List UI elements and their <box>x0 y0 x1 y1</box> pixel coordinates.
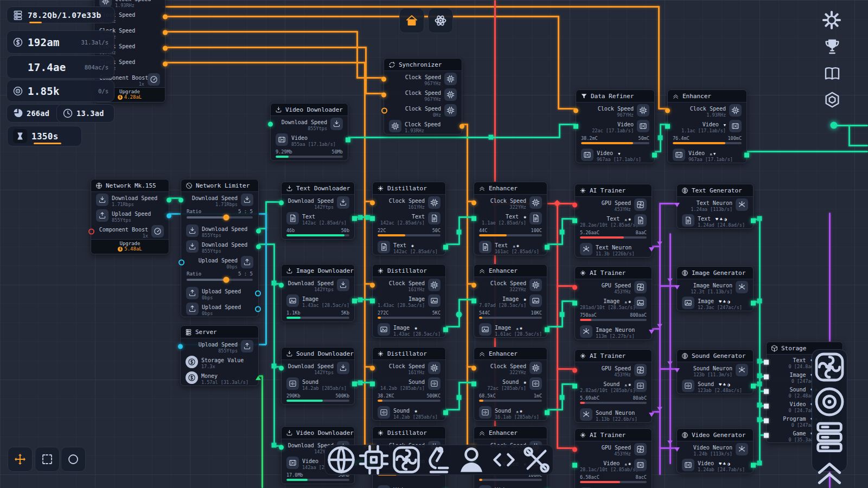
port-tri-green[interactable] <box>256 376 261 380</box>
node-header[interactable]: Distillator <box>373 427 445 439</box>
node-network-limiter[interactable]: Network LimiterDownload Speed1.71RbpsRat… <box>181 179 259 317</box>
cooling-button[interactable] <box>812 350 847 384</box>
io-toggle-neuron-icon[interactable] <box>736 198 748 211</box>
wire-connector[interactable] <box>831 122 838 129</box>
io-toggle-download-icon[interactable] <box>96 194 108 206</box>
io-toggle-upload-icon[interactable] <box>241 256 253 268</box>
port-dot-green[interactable] <box>178 197 183 202</box>
io-toggle-video-icon[interactable] <box>378 485 390 488</box>
node-sound-generator[interactable]: Sound GeneratorSound Neuron123b [11.3m/s… <box>676 349 754 394</box>
wire-connector[interactable] <box>358 215 363 220</box>
port-tri-purple[interactable] <box>649 247 654 252</box>
node-header[interactable]: Text Downloader <box>282 182 354 195</box>
slider-track[interactable] <box>187 279 253 281</box>
port-sq-white[interactable] <box>764 403 769 408</box>
node-header[interactable]: Distillator <box>373 182 445 195</box>
port-sq-green[interactable] <box>370 381 375 386</box>
node-header[interactable]: Sound Generator <box>677 350 753 362</box>
wire-connector[interactable] <box>560 312 565 317</box>
slider-knob[interactable] <box>224 215 229 221</box>
io-toggle-image-icon[interactable] <box>428 294 441 307</box>
io-toggle-video-icon[interactable] <box>286 457 299 469</box>
io-toggle-image-icon[interactable] <box>634 297 647 309</box>
wire-connector[interactable] <box>667 441 673 445</box>
node-text-generator[interactable]: Text GeneratorText Neuron1.24aa [113b/s]… <box>676 184 754 229</box>
io-toggle-gauge-icon[interactable] <box>148 73 160 86</box>
port-dot-red[interactable] <box>572 202 577 207</box>
port-sq-green[interactable] <box>572 383 577 388</box>
node-header[interactable]: AI Trainer <box>575 184 652 197</box>
io-toggle-neuron-icon[interactable] <box>736 443 748 455</box>
ratio-slider[interactable]: Ratio5 : 5 <box>181 208 258 223</box>
port-sq-green[interactable] <box>370 298 375 303</box>
node-header[interactable]: Distillator <box>373 348 445 360</box>
io-toggle-chip-icon[interactable] <box>428 362 441 374</box>
slider-knob[interactable] <box>224 277 229 283</box>
port-dot-orange[interactable] <box>381 76 386 81</box>
port-ring-red[interactable] <box>88 228 94 234</box>
io-toggle-upload-icon[interactable] <box>241 340 253 352</box>
port-sq-green[interactable] <box>370 216 375 221</box>
port-dot-green[interactable] <box>167 197 171 202</box>
port-sq-green[interactable] <box>352 298 357 303</box>
io-toggle-neuron-icon[interactable] <box>736 281 748 293</box>
port-sq-green[interactable] <box>652 152 657 157</box>
servers-button[interactable] <box>812 419 847 454</box>
disc-button[interactable] <box>812 384 847 419</box>
io-toggle-download-icon[interactable] <box>186 240 199 253</box>
port-dot-orange[interactable] <box>370 365 375 370</box>
node-data-refiner[interactable]: Data RefinerClock Speed967YHzVideo22ac [… <box>576 89 655 163</box>
node-graph-canvas[interactable]: Clock Speed1.93RHzClock Speed967YHzClock… <box>0 0 868 488</box>
io-toggle-text-icon[interactable] <box>634 214 647 227</box>
node-network-mk155[interactable]: Network Mk.155Download Speed1.71RbpsUplo… <box>91 179 169 254</box>
wire-connector[interactable] <box>456 312 462 318</box>
port-sq-green[interactable] <box>352 216 357 221</box>
node-header[interactable]: Synchronizer <box>384 59 462 71</box>
settings-button[interactable] <box>821 10 842 30</box>
io-toggle-neuron-icon[interactable] <box>580 243 592 255</box>
port-sq-white[interactable] <box>764 433 769 438</box>
port-sq-green[interactable] <box>545 327 550 332</box>
port-sq-green[interactable] <box>443 327 448 332</box>
port-sq-green[interactable] <box>471 216 476 221</box>
node-header[interactable]: Video Generator <box>677 429 753 441</box>
wire-connector[interactable] <box>358 381 363 386</box>
io-toggle-gpu-icon[interactable] <box>634 281 647 293</box>
io-toggle-gauge-icon[interactable] <box>151 225 164 237</box>
port-dot-green[interactable] <box>268 121 273 126</box>
port-dot-red[interactable] <box>572 368 577 373</box>
node-header[interactable]: Text Generator <box>677 184 753 197</box>
port-tri-purple[interactable] <box>649 330 654 334</box>
port-sq-green[interactable] <box>443 410 448 415</box>
port-dot-orange[interactable] <box>459 124 464 129</box>
port-ring-orange[interactable] <box>381 107 387 113</box>
port-dot-green[interactable] <box>256 228 261 233</box>
port-sq-green[interactable] <box>443 245 448 249</box>
port-sq-green[interactable] <box>545 245 550 249</box>
io-toggle-text-icon[interactable] <box>479 241 492 253</box>
wire-connector[interactable] <box>560 230 565 235</box>
port-sq-green[interactable] <box>573 124 578 129</box>
io-toggle-text-icon[interactable] <box>682 214 694 227</box>
port-tri-purple[interactable] <box>674 368 680 373</box>
wire-connector[interactable] <box>757 382 762 387</box>
io-toggle-sound-icon[interactable] <box>529 377 542 390</box>
port-dot-orange[interactable] <box>665 108 670 113</box>
port-dot-orange[interactable] <box>370 282 375 287</box>
io-toggle-sound-icon[interactable] <box>634 380 647 392</box>
port-tri-purple[interactable] <box>674 203 680 207</box>
ratio-slider[interactable]: Ratio5 : 5 <box>181 270 258 285</box>
node-sound-downloader[interactable]: Sound DownloaderDownload Speed142YtpsSou… <box>281 347 355 405</box>
wire-connector[interactable] <box>657 407 662 411</box>
io-toggle-download-icon[interactable] <box>337 196 349 209</box>
wire-connector[interactable] <box>658 136 663 140</box>
io-toggle-chip-icon[interactable] <box>444 73 457 85</box>
wire-connector[interactable] <box>657 242 662 246</box>
wire-connector[interactable] <box>667 362 673 365</box>
port-dot-orange[interactable] <box>471 365 476 370</box>
node-server[interactable]: ServerUpload Speed855YtpsStorage Value17… <box>180 325 259 386</box>
agents-button[interactable] <box>455 444 488 476</box>
io-toggle-image-icon[interactable] <box>378 323 390 336</box>
node-header[interactable]: AI Trainer <box>575 267 652 279</box>
port-dot-orange[interactable] <box>370 200 375 205</box>
